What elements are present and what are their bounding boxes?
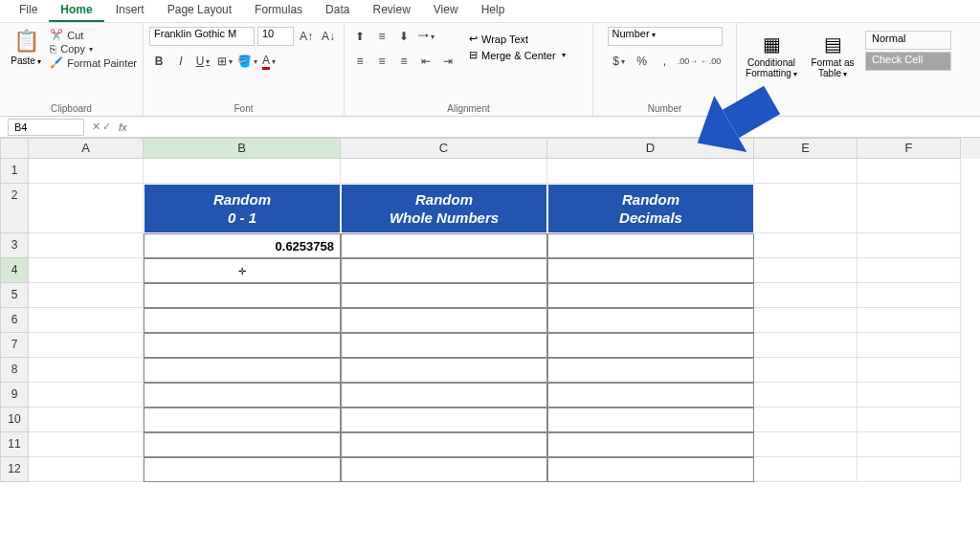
cell-E9[interactable] [754,383,858,408]
row-header-2[interactable]: 2 [0,184,29,233]
cell-E3[interactable] [754,233,858,258]
row-header-8[interactable]: 8 [0,358,29,383]
bold-button[interactable]: B [149,52,168,71]
indent-decrease-icon[interactable]: ⇤ [416,52,435,71]
align-middle-icon[interactable]: ≡ [372,27,391,46]
cell-C7[interactable] [341,333,547,358]
row-header-5[interactable]: 5 [0,283,29,308]
cell-A6[interactable] [29,308,144,333]
cell-E11[interactable] [754,432,858,457]
cell-C6[interactable] [341,308,547,333]
cell-D5[interactable] [547,283,754,308]
col-header-C[interactable]: C [341,138,547,159]
select-all-corner[interactable] [0,138,29,159]
tab-formulas[interactable]: Formulas [243,0,314,22]
cell-B10[interactable] [144,408,341,432]
cell-B4[interactable]: ✛ [144,258,341,283]
cell-F9[interactable] [858,383,961,408]
tab-help[interactable]: Help [470,0,517,22]
cell-C9[interactable] [341,383,547,408]
align-left-icon[interactable]: ≡ [350,52,369,71]
wrap-text-button[interactable]: ↩Wrap Text [469,33,566,45]
cell-A8[interactable] [29,358,144,383]
cell-C12[interactable] [341,457,547,482]
row-header-10[interactable]: 10 [0,408,29,432]
tab-review[interactable]: Review [361,0,421,22]
style-normal[interactable]: Normal [865,31,951,50]
cell-C10[interactable] [341,408,547,432]
row-header-11[interactable]: 11 [0,432,29,457]
cell-D10[interactable] [547,408,754,432]
cell-A4[interactable] [29,258,144,283]
style-check-cell[interactable]: Check Cell [865,52,951,71]
cell-C8[interactable] [341,358,547,383]
cell-F6[interactable] [858,308,961,333]
cell-A9[interactable] [29,383,144,408]
cell-A11[interactable] [29,432,144,457]
number-format-select[interactable]: Number [608,27,723,46]
col-header-E[interactable]: E [754,138,858,159]
format-painter-button[interactable]: 🖌️Format Painter [50,56,137,69]
currency-icon[interactable]: $ [610,52,629,71]
increase-decimal-icon[interactable]: .00→ [679,52,698,71]
cell-D4[interactable] [547,258,754,283]
align-right-icon[interactable]: ≡ [394,52,413,71]
align-center-icon[interactable]: ≡ [372,52,391,71]
format-as-table-button[interactable]: ▤ Format as Table [804,27,861,112]
cell-B12[interactable] [144,457,341,482]
font-size-select[interactable]: 10 [257,27,294,46]
comma-icon[interactable]: , [656,52,675,71]
row-header-6[interactable]: 6 [0,308,29,333]
row-header-3[interactable]: 3 [0,233,29,258]
cell-C2[interactable]: Random Whole Numbers [341,184,547,233]
cell-B7[interactable] [144,333,341,358]
tab-page-layout[interactable]: Page Layout [156,0,243,22]
increase-font-icon[interactable]: A↑ [297,27,316,46]
enter-formula-icon[interactable]: ✓ [102,121,111,133]
cell-B6[interactable] [144,308,341,333]
paste-button[interactable]: 📋 Paste [6,27,46,101]
align-bottom-icon[interactable]: ⬇ [394,27,413,46]
cell-F10[interactable] [858,408,961,432]
cell-E10[interactable] [754,408,858,432]
cell-C1[interactable] [341,159,547,184]
cell-A2[interactable] [29,184,144,233]
col-header-A[interactable]: A [29,138,144,159]
cell-C11[interactable] [341,432,547,457]
cell-F5[interactable] [858,283,961,308]
tab-file[interactable]: File [8,0,49,22]
row-header-4[interactable]: 4 [0,258,29,283]
cell-D2[interactable]: Random Decimals [547,184,754,233]
cell-F11[interactable] [858,432,961,457]
cell-F12[interactable] [858,457,961,482]
copy-button[interactable]: ⎘Copy▾ [50,43,137,55]
cell-F1[interactable] [858,159,961,184]
tab-view[interactable]: View [422,0,470,22]
decrease-decimal-icon[interactable]: ←.00 [702,52,721,71]
orientation-icon[interactable]: ⭢ [416,27,435,46]
underline-button[interactable]: U [193,52,212,71]
fill-color-button[interactable]: 🪣 [237,52,256,71]
tab-home[interactable]: Home [49,0,103,22]
cell-E4[interactable] [754,258,858,283]
tab-insert[interactable]: Insert [104,0,156,22]
row-header-1[interactable]: 1 [0,159,29,184]
cell-B11[interactable] [144,432,341,457]
cell-C3[interactable] [341,233,547,258]
cell-B1[interactable] [144,159,341,184]
cell-E7[interactable] [754,333,858,358]
cell-E6[interactable] [754,308,858,333]
cell-A12[interactable] [29,457,144,482]
formula-input[interactable] [131,119,980,136]
row-header-9[interactable]: 9 [0,383,29,408]
cell-F2[interactable] [858,184,961,233]
fx-icon[interactable]: fx [119,121,127,133]
cell-F4[interactable] [858,258,961,283]
cell-D12[interactable] [547,457,754,482]
cell-C5[interactable] [341,283,547,308]
cell-B5[interactable] [144,283,341,308]
name-box[interactable] [8,119,84,136]
decrease-font-icon[interactable]: A↓ [319,27,338,46]
cell-D9[interactable] [547,383,754,408]
cell-F8[interactable] [858,358,961,383]
